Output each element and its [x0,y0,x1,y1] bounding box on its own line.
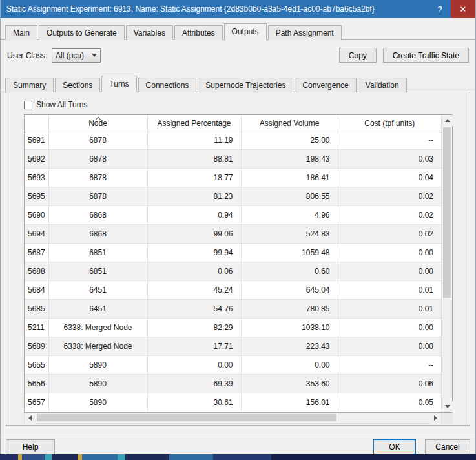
table-row[interactable]: 5695 6878 81.23 806.55 0.02 [25,187,441,205]
horizontal-scroll-thumb[interactable] [37,414,336,421]
assigned-percentage-cell[interactable]: 99.94 [147,243,241,262]
horizontal-scroll-track[interactable] [36,413,430,423]
row-id-cell[interactable]: 5685 [25,299,48,318]
cost-cell[interactable]: 0.03 [338,149,441,168]
assigned-volume-cell[interactable]: 1038.10 [241,318,338,337]
cost-cell[interactable]: 0.02 [338,224,441,243]
assigned-volume-cell[interactable]: 25.00 [241,131,338,149]
row-id-cell[interactable]: 5693 [25,168,48,187]
row-id-cell[interactable]: 5692 [25,149,48,168]
help-titlebar-button[interactable]: ? [429,0,451,18]
assigned-volume-cell[interactable]: 780.85 [241,299,338,318]
assigned-volume-cell[interactable]: 645.04 [241,280,338,299]
assigned-percentage-cell[interactable]: 54.76 [147,299,241,318]
node-cell[interactable]: 6451 [48,299,147,318]
help-button[interactable]: Help [6,439,55,454]
subtab-validation[interactable]: Validation [358,78,407,92]
copy-button[interactable]: Copy [339,48,377,63]
vertical-scroll-thumb[interactable] [443,127,451,298]
cost-cell[interactable]: 0.00 [338,318,441,337]
assigned-volume-cell[interactable]: 1059.48 [241,243,338,262]
assigned-volume-cell[interactable]: 353.60 [241,374,338,393]
tab-outputs-to-generate[interactable]: Outputs to Generate [39,25,125,40]
assigned-percentage-cell[interactable]: 45.24 [147,280,241,299]
ok-button[interactable]: OK [373,439,416,454]
cost-cell[interactable]: 0.00 [338,262,441,280]
table-row[interactable]: 5689 6338: Merged Node 17.71 223.43 0.00 [25,337,441,355]
subtab-summary[interactable]: Summary [5,78,54,92]
node-cell[interactable]: 6338: Merged Node [48,318,147,337]
table-row[interactable]: 5655 5890 0.00 0.00 -- [25,355,441,374]
subtab-convergence[interactable]: Convergence [295,78,356,92]
table-row[interactable]: 5692 6878 88.81 198.43 0.03 [25,149,441,168]
column-header-assigned-volume[interactable]: Assigned Volume [241,115,338,131]
titlebar[interactable]: Static Assignment Experiment: 6913, Name… [1,0,475,18]
close-button[interactable]: ✕ [451,0,475,18]
table-row[interactable]: 5211 6338: Merged Node 82.29 1038.10 0.0… [25,318,441,337]
assigned-percentage-cell[interactable]: 0.94 [147,205,241,224]
cost-cell[interactable]: 0.02 [338,205,441,224]
node-cell[interactable]: 6851 [48,243,147,262]
subtab-turns[interactable]: Turns [101,76,136,92]
assigned-volume-cell[interactable]: 524.83 [241,224,338,243]
assigned-percentage-cell[interactable]: 81.23 [147,187,241,205]
tab-outputs[interactable]: Outputs [224,23,267,40]
row-id-cell[interactable]: 5687 [25,243,48,262]
cost-cell[interactable]: -- [338,355,441,374]
assigned-volume-cell[interactable]: 156.01 [241,393,338,412]
node-cell[interactable]: 6451 [48,280,147,299]
node-cell[interactable]: 6338: Merged Node [48,337,147,355]
subtab-sections[interactable]: Sections [55,78,100,92]
tab-attributes[interactable]: Attributes [174,25,223,40]
table-row[interactable]: 5690 6868 0.94 4.96 0.02 [25,205,441,224]
table-row[interactable]: 5691 6878 11.19 25.00 -- [25,131,441,149]
tab-main[interactable]: Main [5,25,37,40]
cost-cell[interactable]: 0.01 [338,299,441,318]
assigned-volume-cell[interactable]: 0.00 [241,355,338,374]
node-cell[interactable]: 5890 [48,355,147,374]
assigned-volume-cell[interactable]: 4.96 [241,205,338,224]
cost-cell[interactable]: 0.02 [338,187,441,205]
assigned-percentage-cell[interactable]: 69.39 [147,374,241,393]
user-class-select[interactable]: All (pcu) [52,48,101,63]
node-cell[interactable]: 6878 [48,168,147,187]
vertical-scroll-track[interactable] [442,126,452,401]
scroll-right-button[interactable] [430,413,441,424]
horizontal-scrollbar[interactable] [24,413,442,424]
row-id-cell[interactable]: 5689 [25,337,48,355]
cost-cell[interactable]: 0.04 [338,168,441,187]
tab-variables[interactable]: Variables [126,25,173,40]
scroll-down-button[interactable] [442,401,453,412]
table-row[interactable]: 5688 6851 0.06 0.60 0.00 [25,262,441,280]
subtab-connections[interactable]: Connections [138,78,197,92]
assigned-percentage-cell[interactable]: 11.19 [147,131,241,149]
row-id-cell[interactable]: 5695 [25,187,48,205]
table-row[interactable]: 5687 6851 99.94 1059.48 0.00 [25,243,441,262]
table-row[interactable]: 5684 6451 45.24 645.04 0.01 [25,280,441,299]
show-all-turns-checkbox[interactable] [24,101,32,109]
tab-path-assignment[interactable]: Path Assignment [268,25,342,40]
row-id-cell[interactable]: 5690 [25,205,48,224]
row-id-cell[interactable]: 5656 [25,374,48,393]
node-cell[interactable]: 6868 [48,224,147,243]
assigned-percentage-cell[interactable]: 17.71 [147,337,241,355]
node-cell[interactable]: 5890 [48,374,147,393]
row-id-cell[interactable]: 5694 [25,224,48,243]
cost-cell[interactable]: 0.05 [338,393,441,412]
column-header-cost[interactable]: Cost (tpf units) [338,115,441,131]
node-cell[interactable]: 6878 [48,149,147,168]
assigned-volume-cell[interactable]: 223.43 [241,337,338,355]
cost-cell[interactable]: 0.06 [338,374,441,393]
subtab-supernode-trajectories[interactable]: Supernode Trajectories [198,78,293,92]
assigned-percentage-cell[interactable]: 18.77 [147,168,241,187]
table-row[interactable]: 5685 6451 54.76 780.85 0.01 [25,299,441,318]
row-id-cell[interactable]: 5684 [25,280,48,299]
assigned-percentage-cell[interactable]: 99.06 [147,224,241,243]
create-traffic-state-button[interactable]: Create Traffic State [383,48,469,63]
node-cell[interactable]: 6868 [48,205,147,224]
node-cell[interactable]: 6878 [48,131,147,149]
row-id-cell[interactable]: 5691 [25,131,48,149]
row-id-cell[interactable]: 5655 [25,355,48,374]
scroll-left-button[interactable] [25,413,36,424]
cancel-button[interactable]: Cancel [425,439,470,454]
